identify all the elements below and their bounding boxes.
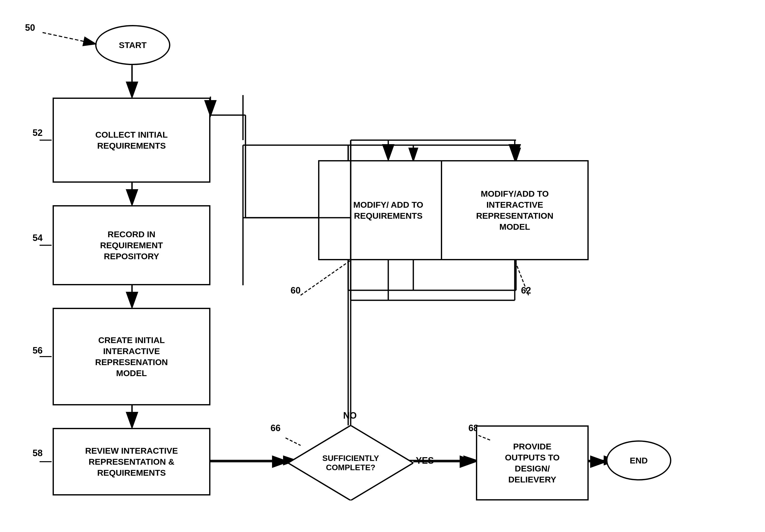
ref-56: 56 xyxy=(33,345,43,356)
start-node: START xyxy=(95,25,170,65)
flowchart-diagram: 50 START 52 COLLECT INITIAL REQUIREMENTS… xyxy=(0,0,765,532)
create-model-box: CREATE INITIAL INTERACTIVE REPRESENATION… xyxy=(53,308,211,405)
review-box: REVIEW INTERACTIVE REPRESENTATION & REQU… xyxy=(53,428,211,495)
modify-model-box: MODIFY/ADD TO INTERACTIVE REPRESENTATION… xyxy=(441,160,589,260)
end-node: END xyxy=(606,440,671,480)
ref-58: 58 xyxy=(33,448,43,458)
collect-requirements-box: COLLECT INITIAL REQUIREMENTS xyxy=(53,98,211,183)
yes-label: YES xyxy=(416,455,434,466)
no-label: NO xyxy=(343,410,357,421)
sufficient-diamond: SUFFICIENTLY COMPLETE? xyxy=(288,425,413,500)
svg-line-22 xyxy=(43,33,95,44)
svg-line-46 xyxy=(301,260,351,295)
ref-52: 52 xyxy=(33,128,43,138)
ref-50: 50 xyxy=(25,23,35,33)
provide-outputs-box: PROVIDE OUTPUTS TO DESIGN/ DELIEVERY xyxy=(476,425,589,500)
record-repository-box: RECORD IN REQUIREMENT REPOSITORY xyxy=(53,205,211,285)
modify-requirements-box: MODIFY/ ADD TO REQUIREMENTS xyxy=(318,160,458,260)
ref-60: 60 xyxy=(291,285,301,296)
ref-54: 54 xyxy=(33,233,43,243)
ref-62: 62 xyxy=(521,285,531,296)
ref-66: 66 xyxy=(271,423,281,433)
